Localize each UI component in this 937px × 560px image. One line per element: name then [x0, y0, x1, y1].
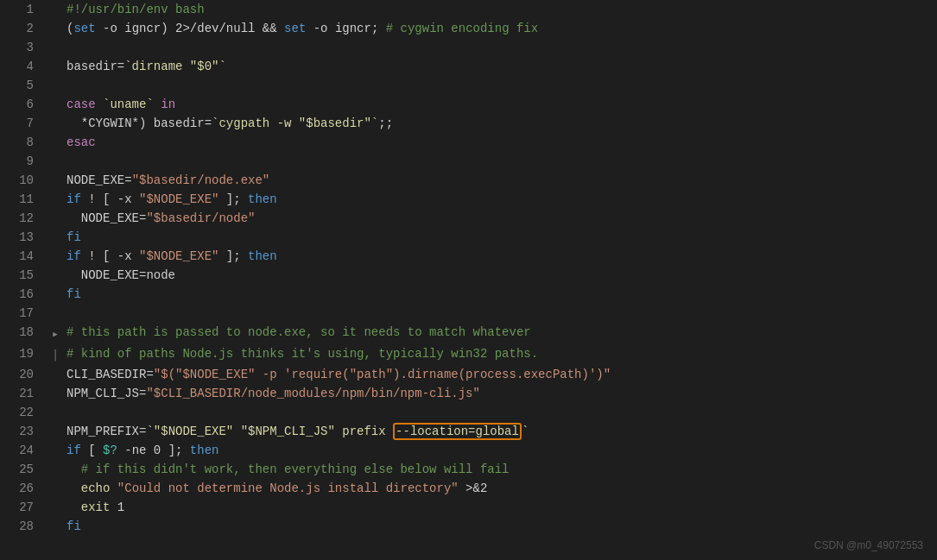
line-number: 1 — [0, 0, 47, 19]
line-number: 15 — [0, 266, 47, 285]
line-number: 16 — [0, 285, 47, 304]
fold-icon — [47, 19, 63, 38]
code-cell: *CYGWIN*) basedir=`cygpath -w "$basedir"… — [63, 114, 937, 133]
code-cell: basedir=`dirname "$0"` — [63, 57, 937, 76]
fold-icon — [47, 304, 63, 323]
code-cell: exit 1 — [63, 498, 937, 517]
fold-icon — [47, 38, 63, 57]
fold-icon — [47, 171, 63, 190]
line-number: 14 — [0, 247, 47, 266]
code-cell: # if this didn't work, then everything e… — [63, 460, 937, 479]
table-row: 19 │ # kind of paths Node.js thinks it's… — [0, 344, 937, 365]
line-number: 21 — [0, 384, 47, 403]
fold-icon — [47, 209, 63, 228]
fold-icon — [47, 441, 63, 460]
fold-icon — [47, 228, 63, 247]
code-cell: case `uname` in — [63, 95, 937, 114]
fold-icon — [47, 460, 63, 479]
code-cell: if [ $? -ne 0 ]; then — [63, 441, 937, 460]
code-cell: NODE_EXE="$basedir/node.exe" — [63, 171, 937, 190]
code-table: 1 #!/usr/bin/env bash 2 (set -o igncr) 2… — [0, 0, 937, 536]
code-cell — [63, 304, 937, 323]
line-number: 2 — [0, 19, 47, 38]
code-cell: echo "Could not determine Node.js instal… — [63, 479, 937, 498]
fold-icon — [47, 403, 63, 422]
table-row: 6 case `uname` in — [0, 95, 937, 114]
line-number: 7 — [0, 114, 47, 133]
line-number: 6 — [0, 95, 47, 114]
line-number: 26 — [0, 479, 47, 498]
table-row: 9 — [0, 152, 937, 171]
code-cell: if ! [ -x "$NODE_EXE" ]; then — [63, 247, 937, 266]
code-cell: #!/usr/bin/env bash — [63, 0, 937, 19]
fold-icon — [47, 95, 63, 114]
table-row: 10 NODE_EXE="$basedir/node.exe" — [0, 171, 937, 190]
table-row: 25 # if this didn't work, then everythin… — [0, 460, 937, 479]
table-row: 22 — [0, 403, 937, 422]
code-cell: fi — [63, 228, 937, 247]
table-row: 28 fi — [0, 517, 937, 536]
fold-icon — [47, 190, 63, 209]
code-cell: if ! [ -x "$NODE_EXE" ]; then — [63, 190, 937, 209]
table-row: 20 CLI_BASEDIR="$("$NODE_EXE" -p 'requir… — [0, 365, 937, 384]
line-number: 23 — [0, 422, 47, 441]
line-number: 19 — [0, 344, 47, 365]
code-cell — [63, 38, 937, 57]
table-row: 16 fi — [0, 285, 937, 304]
fold-icon — [47, 384, 63, 403]
table-row: 17 — [0, 304, 937, 323]
line-number: 20 — [0, 365, 47, 384]
line-number: 4 — [0, 57, 47, 76]
code-cell: fi — [63, 285, 937, 304]
code-cell: # this path is passed to node.exe, so it… — [63, 323, 937, 344]
table-row: 27 exit 1 — [0, 498, 937, 517]
fold-icon: │ — [47, 344, 63, 365]
fold-icon — [47, 517, 63, 536]
fold-icon — [47, 422, 63, 441]
code-editor: 1 #!/usr/bin/env bash 2 (set -o igncr) 2… — [0, 0, 937, 560]
table-row: 14 if ! [ -x "$NODE_EXE" ]; then — [0, 247, 937, 266]
line-number: 11 — [0, 190, 47, 209]
table-row: 26 echo "Could not determine Node.js ins… — [0, 479, 937, 498]
line-number: 12 — [0, 209, 47, 228]
code-cell: NPM_CLI_JS="$CLI_BASEDIR/node_modules/np… — [63, 384, 937, 403]
line-number: 9 — [0, 152, 47, 171]
line-number: 10 — [0, 171, 47, 190]
table-row: 13 fi — [0, 228, 937, 247]
fold-icon — [47, 0, 63, 19]
fold-icon: ▶ — [47, 323, 63, 344]
fold-icon — [47, 76, 63, 95]
table-row: 4 basedir=`dirname "$0"` — [0, 57, 937, 76]
code-cell: (set -o igncr) 2>/dev/null && set -o ign… — [63, 19, 937, 38]
table-row: 15 NODE_EXE=node — [0, 266, 937, 285]
fold-icon — [47, 57, 63, 76]
line-number: 24 — [0, 441, 47, 460]
code-cell: NODE_EXE=node — [63, 266, 937, 285]
fold-icon — [47, 498, 63, 517]
table-row: 2 (set -o igncr) 2>/dev/null && set -o i… — [0, 19, 937, 38]
fold-icon — [47, 133, 63, 152]
table-row: 8 esac — [0, 133, 937, 152]
table-row: 1 #!/usr/bin/env bash — [0, 0, 937, 19]
fold-icon — [47, 247, 63, 266]
fold-icon — [47, 152, 63, 171]
fold-icon — [47, 114, 63, 133]
table-row: 3 — [0, 38, 937, 57]
fold-icon — [47, 479, 63, 498]
code-cell: NODE_EXE="$basedir/node" — [63, 209, 937, 228]
code-cell: fi — [63, 517, 937, 536]
code-cell: # kind of paths Node.js thinks it's usin… — [63, 344, 937, 365]
table-row: 12 NODE_EXE="$basedir/node" — [0, 209, 937, 228]
table-row: 11 if ! [ -x "$NODE_EXE" ]; then — [0, 190, 937, 209]
table-row: 21 NPM_CLI_JS="$CLI_BASEDIR/node_modules… — [0, 384, 937, 403]
line-number: 8 — [0, 133, 47, 152]
table-row: 5 — [0, 76, 937, 95]
line-number: 27 — [0, 498, 47, 517]
table-row: 7 *CYGWIN*) basedir=`cygpath -w "$basedi… — [0, 114, 937, 133]
code-cell: esac — [63, 133, 937, 152]
code-cell — [63, 403, 937, 422]
line-number: 3 — [0, 38, 47, 57]
line-number: 13 — [0, 228, 47, 247]
table-row: 23 NPM_PREFIX=`"$NODE_EXE" "$NPM_CLI_JS"… — [0, 422, 937, 441]
fold-icon — [47, 365, 63, 384]
